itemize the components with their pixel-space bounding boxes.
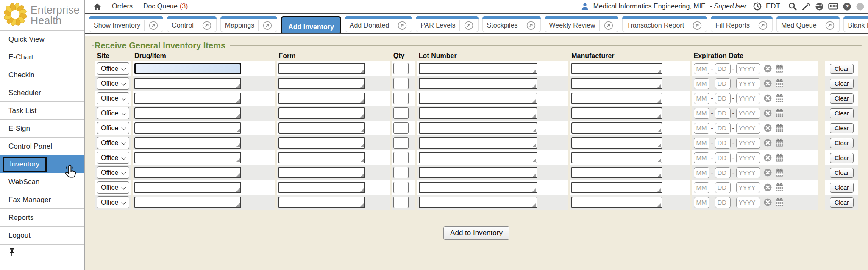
keyboard-icon[interactable]: [828, 3, 838, 10]
drug-item-input[interactable]: [134, 167, 241, 178]
tab-med-queue[interactable]: Med Queue: [776, 16, 840, 32]
expiration-month-input[interactable]: [694, 152, 709, 163]
sidebar-item-e-chart[interactable]: E-Chart: [0, 48, 84, 66]
expiration-day-input[interactable]: [715, 182, 731, 193]
qty-input[interactable]: [393, 122, 409, 134]
site-select[interactable]: Office: [97, 166, 129, 179]
expiration-year-input[interactable]: [736, 123, 760, 134]
clear-date-icon[interactable]: [763, 109, 772, 118]
qty-input[interactable]: [393, 137, 409, 149]
calendar-icon[interactable]: [775, 138, 784, 147]
qty-input[interactable]: [393, 182, 409, 193]
popout-icon[interactable]: [688, 20, 702, 31]
popout-icon[interactable]: [459, 20, 474, 31]
clear-date-icon[interactable]: [763, 124, 772, 132]
clear-row-button[interactable]: Clear: [830, 153, 853, 163]
sidebar-item-e-sign[interactable]: E-Sign: [0, 119, 84, 137]
clear-row-button[interactable]: Clear: [830, 197, 853, 208]
manufacturer-input[interactable]: [571, 63, 662, 74]
search-icon[interactable]: [788, 2, 797, 11]
form-input[interactable]: [278, 93, 365, 104]
lot-number-input[interactable]: [419, 137, 537, 149]
site-select[interactable]: Office: [97, 62, 129, 75]
calendar-icon[interactable]: [775, 94, 784, 103]
expiration-month-input[interactable]: [694, 167, 709, 178]
expiration-year-input[interactable]: [736, 197, 760, 208]
site-select[interactable]: Office: [97, 92, 129, 104]
popout-icon[interactable]: [144, 20, 159, 31]
popout-icon[interactable]: [258, 20, 273, 31]
home-icon[interactable]: [93, 3, 101, 10]
sidebar-item-checkin[interactable]: Checkin: [0, 66, 84, 84]
sidebar-item-reports[interactable]: Reports: [0, 208, 84, 226]
site-select[interactable]: Office: [97, 181, 129, 194]
sidebar-item-quick-view[interactable]: Quick View: [0, 30, 84, 48]
lot-number-input[interactable]: [419, 152, 537, 163]
clear-row-button[interactable]: Clear: [830, 138, 853, 148]
wand-icon[interactable]: [801, 2, 811, 11]
popout-icon[interactable]: [754, 20, 768, 31]
expiration-day-input[interactable]: [715, 197, 731, 208]
site-select[interactable]: Office: [97, 77, 129, 90]
clear-date-icon[interactable]: [763, 79, 772, 88]
calendar-icon[interactable]: [775, 183, 784, 192]
drug-item-input[interactable]: [134, 78, 241, 89]
lot-number-input[interactable]: [419, 93, 537, 104]
popout-icon[interactable]: [821, 20, 835, 31]
expiration-day-input[interactable]: [715, 152, 731, 163]
expiration-month-input[interactable]: [694, 182, 709, 193]
manufacturer-input[interactable]: [571, 107, 662, 119]
drug-item-input[interactable]: [134, 122, 241, 134]
sidebar-item-fax-manager[interactable]: Fax Manager: [0, 191, 84, 208]
tab-stockpiles[interactable]: Stockpiles: [482, 16, 541, 32]
clear-row-button[interactable]: Clear: [830, 64, 853, 74]
expiration-year-input[interactable]: [736, 138, 760, 149]
form-input[interactable]: [278, 152, 365, 163]
expiration-day-input[interactable]: [715, 63, 731, 74]
calendar-icon[interactable]: [775, 153, 784, 162]
qty-input[interactable]: [393, 197, 409, 208]
manufacturer-input[interactable]: [571, 93, 662, 104]
clear-row-button[interactable]: Clear: [830, 123, 853, 133]
expiration-day-input[interactable]: [715, 167, 731, 178]
expiration-year-input[interactable]: [736, 78, 760, 89]
form-input[interactable]: [278, 122, 365, 134]
clear-row-button[interactable]: Clear: [830, 93, 853, 104]
expiration-day-input[interactable]: [715, 123, 731, 134]
expiration-day-input[interactable]: [715, 138, 731, 149]
qty-input[interactable]: [393, 167, 409, 178]
manufacturer-input[interactable]: [571, 152, 662, 163]
calendar-icon[interactable]: [775, 198, 784, 207]
expiration-year-input[interactable]: [736, 152, 760, 163]
lot-number-input[interactable]: [419, 167, 537, 178]
tab-fill-reports[interactable]: Fill Reports: [711, 16, 773, 32]
doc-queue-link[interactable]: Doc Queue(3): [143, 3, 188, 10]
form-input[interactable]: [278, 182, 365, 193]
tab-par-levels[interactable]: PAR Levels: [416, 16, 478, 32]
expiration-month-input[interactable]: [694, 78, 709, 89]
popout-icon[interactable]: [522, 20, 536, 31]
qty-input[interactable]: [393, 78, 409, 89]
site-select[interactable]: Office: [97, 152, 129, 164]
clear-date-icon[interactable]: [763, 198, 772, 207]
help-icon[interactable]: ?: [843, 2, 851, 11]
expiration-month-input[interactable]: [694, 108, 709, 119]
site-select[interactable]: Office: [97, 196, 129, 208]
calendar-icon[interactable]: [775, 79, 784, 88]
tab-add-donated[interactable]: Add Donated: [345, 16, 412, 32]
expiration-year-input[interactable]: [736, 182, 760, 193]
manufacturer-input[interactable]: [571, 78, 662, 89]
expiration-day-input[interactable]: [715, 78, 731, 89]
qty-input[interactable]: [393, 152, 409, 163]
clear-date-icon[interactable]: [763, 138, 772, 147]
popout-icon[interactable]: [599, 20, 614, 31]
calendar-icon[interactable]: [775, 109, 784, 118]
lot-number-input[interactable]: [419, 182, 537, 193]
clear-date-icon[interactable]: [763, 153, 772, 162]
globe-icon[interactable]: [815, 2, 824, 11]
clear-date-icon[interactable]: [763, 94, 772, 103]
expiration-year-input[interactable]: [736, 167, 760, 178]
clear-date-icon[interactable]: [763, 64, 772, 73]
lot-number-input[interactable]: [419, 107, 537, 119]
add-to-inventory-button[interactable]: Add to Inventory: [443, 226, 509, 240]
